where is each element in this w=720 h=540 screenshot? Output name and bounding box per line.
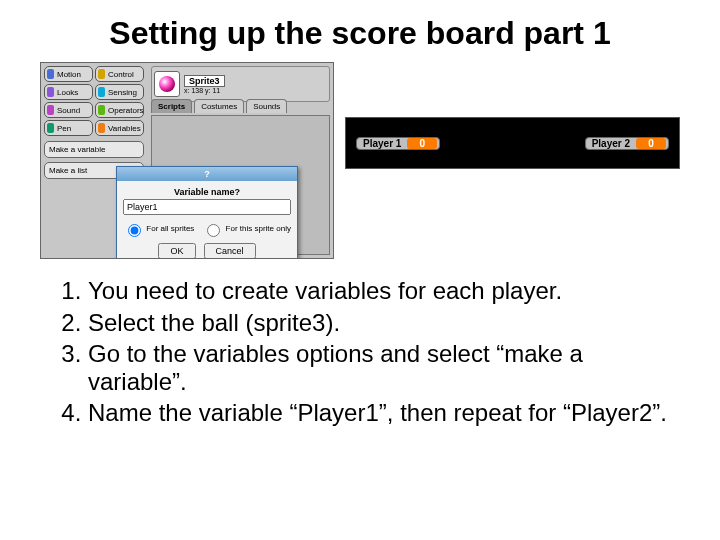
palette-motion[interactable]: Motion xyxy=(44,66,93,82)
tab-costumes[interactable]: Costumes xyxy=(194,99,244,113)
instruction-item: Go to the variables options and select “… xyxy=(88,340,680,395)
cancel-button[interactable]: Cancel xyxy=(204,243,256,259)
figure-row: MotionControlLooksSensingSoundOperatorsP… xyxy=(40,62,680,257)
palette-variables[interactable]: Variables xyxy=(95,120,144,136)
instruction-item: Select the ball (sprite3). xyxy=(88,309,680,337)
ok-button[interactable]: OK xyxy=(158,243,195,259)
tab-scripts[interactable]: Scripts xyxy=(151,99,192,113)
palette-operators[interactable]: Operators xyxy=(95,102,144,118)
stage-preview: Player 1 0 Player 2 0 xyxy=(345,117,680,169)
palette-sound[interactable]: Sound xyxy=(44,102,93,118)
dialog-title: ? xyxy=(117,167,297,181)
score-player1: Player 1 0 xyxy=(356,137,440,150)
sprite-header: Sprite3 x: 138 y: 11 xyxy=(151,66,330,102)
new-variable-dialog: ? Variable name? For all sprites For thi… xyxy=(116,166,298,259)
tab-sounds[interactable]: Sounds xyxy=(246,99,287,113)
palette-control[interactable]: Control xyxy=(95,66,144,82)
sprite-name: Sprite3 xyxy=(184,75,225,87)
palette-sensing[interactable]: Sensing xyxy=(95,84,144,100)
palette-looks[interactable]: Looks xyxy=(44,84,93,100)
instruction-item: You need to create variables for each pl… xyxy=(88,277,680,305)
score-player2: Player 2 0 xyxy=(585,137,669,150)
radio-this-sprite[interactable]: For this sprite only xyxy=(202,221,291,237)
score-value: 0 xyxy=(636,138,666,149)
score-label: Player 1 xyxy=(363,138,401,149)
page-title: Setting up the score board part 1 xyxy=(40,15,680,52)
dialog-prompt: Variable name? xyxy=(123,187,291,197)
sprite-pos: x: 138 y: 11 xyxy=(184,87,225,94)
make-variable-button[interactable]: Make a variable xyxy=(44,141,144,158)
editor-tabs: ScriptsCostumesSounds xyxy=(151,99,289,113)
palette-pen[interactable]: Pen xyxy=(44,120,93,136)
variable-name-field[interactable] xyxy=(123,199,291,215)
instruction-list: You need to create variables for each pl… xyxy=(60,277,680,427)
score-value: 0 xyxy=(407,138,437,149)
instruction-item: Name the variable “Player1”, then repeat… xyxy=(88,399,680,427)
score-label: Player 2 xyxy=(592,138,630,149)
ball-icon xyxy=(159,76,175,92)
sprite-thumbnail xyxy=(154,71,180,97)
block-palette: MotionControlLooksSensingSoundOperatorsP… xyxy=(44,66,144,136)
scratch-editor: MotionControlLooksSensingSoundOperatorsP… xyxy=(40,62,334,259)
radio-all-sprites[interactable]: For all sprites xyxy=(123,221,194,237)
